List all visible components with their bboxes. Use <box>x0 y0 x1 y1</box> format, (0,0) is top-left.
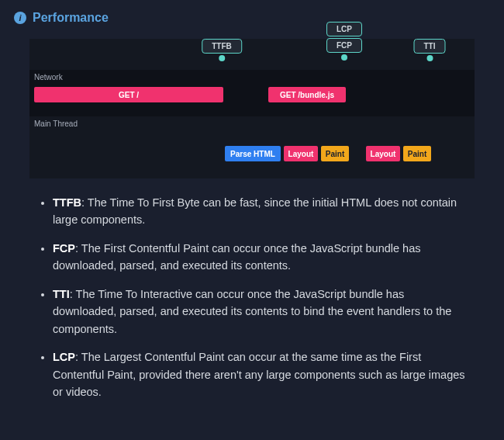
marker-label: FCP <box>326 38 362 53</box>
section-header: i Performance <box>14 11 490 25</box>
metric-item-fcp: FCP: The First Contentful Paint can occu… <box>53 240 467 275</box>
timeline-bar: Layout <box>366 146 400 161</box>
main-thread-row-label: Main Thread <box>34 120 78 128</box>
metric-desc: : The First Contentful Paint can occur o… <box>53 242 420 272</box>
metric-term: TTI <box>53 288 70 300</box>
main-thread-row: Main Thread Parse HTMLLayoutPaintLayoutP… <box>29 116 475 178</box>
marker-dot <box>426 55 433 61</box>
marker-label: TTI <box>414 39 446 54</box>
marker-dot <box>219 55 225 61</box>
timeline-marker-lcp-fcp: LCPFCP <box>326 22 362 61</box>
network-row-label: Network <box>34 73 63 81</box>
section-title: Performance <box>33 11 109 25</box>
timeline-marker-tti: TTI <box>414 39 446 61</box>
timeline-marker-ttfb: TTFB <box>202 39 242 61</box>
metric-item-lcp: LCP: The Largest Contentful Paint can oc… <box>53 348 467 400</box>
metric-desc: : The Time To First Byte can be fast, si… <box>53 196 457 226</box>
metric-desc: : The Time To Interactive can occur once… <box>53 288 451 335</box>
timeline-bar: Paint <box>321 146 349 161</box>
metric-term: TTFB <box>53 196 81 209</box>
marker-dot <box>341 54 347 61</box>
timeline-bar: Parse HTML <box>225 146 281 161</box>
metric-term: LCP <box>53 351 75 363</box>
timeline-bar: Paint <box>403 146 431 161</box>
network-row: Network GET /GET /bundle.js <box>29 70 475 116</box>
info-icon: i <box>14 12 26 24</box>
metric-desc: : The Largest Contentful Paint can occur… <box>53 351 465 398</box>
timeline-bar: Layout <box>284 146 318 161</box>
metrics-list: TTFB: The Time To First Byte can be fast… <box>14 194 490 401</box>
timeline-bar: GET / <box>34 87 223 102</box>
metric-item-tti: TTI: The Time To Interactive can occur o… <box>53 286 467 338</box>
timeline-bar: GET /bundle.js <box>268 87 346 102</box>
performance-diagram: TTFBLCPFCPTTI Network GET /GET /bundle.j… <box>29 39 475 178</box>
marker-label: LCP <box>326 22 362 36</box>
metric-item-ttfb: TTFB: The Time To First Byte can be fast… <box>53 194 467 229</box>
marker-label: TTFB <box>202 39 242 54</box>
metric-term: FCP <box>53 242 75 255</box>
